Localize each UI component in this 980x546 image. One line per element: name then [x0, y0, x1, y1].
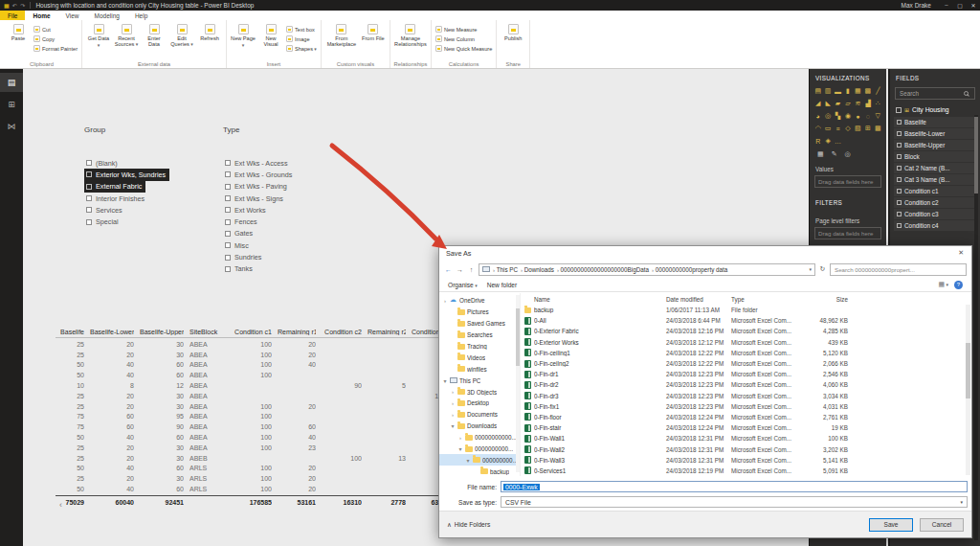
visual-icon[interactable]: ◇ — [843, 123, 852, 134]
chevron-icon[interactable]: › — [450, 389, 456, 395]
manage-relationships-button[interactable]: Manage Relationships — [394, 22, 427, 48]
visual-icon[interactable]: ▱ — [843, 98, 852, 109]
file-row[interactable]: 0-Fin-fix1 24/03/2018 12:23 PM Microsoft… — [521, 401, 971, 412]
new-page-button[interactable]: New Page — [231, 22, 256, 48]
checkbox[interactable] — [896, 107, 902, 113]
visual-icon[interactable]: ▟ — [863, 98, 872, 109]
visual-icon[interactable]: ▧ — [854, 123, 862, 134]
visual-icon[interactable]: ≡ — [834, 123, 842, 134]
chevron-icon[interactable]: › — [442, 298, 448, 304]
organise-menu[interactable]: Organise — [448, 282, 478, 288]
search-input[interactable]: Search 00000000000propert... — [830, 263, 967, 276]
file-row[interactable]: 0-Fin-ceiling1 24/03/2018 12:22 PM Micro… — [521, 348, 971, 358]
breadcrumb-segment[interactable]: Downloads — [521, 266, 554, 273]
field-item[interactable]: Baselife — [894, 117, 976, 127]
slicer-checkbox-item[interactable]: Special — [84, 216, 122, 227]
ribbon-tab[interactable]: Modeling — [87, 11, 127, 20]
visual-icon[interactable]: R — [813, 135, 822, 147]
visual-icon[interactable]: ▽ — [874, 110, 882, 122]
tree-item[interactable]: ▾ 00000000000... — [439, 454, 520, 466]
column-header[interactable]: Remaining r1 — [278, 329, 316, 335]
slicer-checkbox-item[interactable]: (Blank) — [84, 157, 122, 169]
visual-icon[interactable]: ▬ — [834, 85, 842, 97]
recent-sources-button[interactable]: Recent Sources — [114, 22, 139, 48]
close-button[interactable]: ✕ — [967, 2, 980, 9]
tree-item[interactable]: › 3D Objects — [439, 386, 520, 398]
report-view-icon[interactable]: ▤ — [0, 73, 23, 92]
tree-item[interactable]: ▾ This PC — [439, 375, 520, 386]
visual-icon[interactable]: ∴ — [874, 98, 882, 109]
chevron-icon[interactable]: › — [450, 412, 456, 418]
address-bar[interactable]: This PC Downloads 00000000000000000000Bi… — [479, 263, 815, 276]
refresh-button[interactable]: Refresh — [197, 22, 222, 41]
visual-icon[interactable]: ▰ — [834, 98, 842, 109]
enter-data-button[interactable]: Enter Data — [142, 22, 167, 48]
slicer-checkbox-item[interactable]: Fences — [223, 216, 261, 227]
publish-button[interactable]: Publish — [501, 22, 525, 41]
filters-drop-area[interactable]: Drag data fields here — [814, 227, 881, 239]
file-row[interactable]: 0-Services1 24/03/2018 12:19 PM Microsof… — [521, 466, 971, 476]
slicer-checkbox-item[interactable]: Ext Wks - Grounds — [223, 169, 296, 180]
column-type[interactable]: Type — [731, 296, 794, 303]
shapes-button[interactable]: Shapes — [286, 44, 317, 53]
field-item[interactable]: Condition c2 — [894, 197, 976, 208]
back-icon[interactable]: ← — [444, 266, 453, 273]
visual-icon[interactable]: ◢ — [813, 98, 822, 109]
signed-in-user[interactable]: Max Drake — [902, 2, 931, 9]
address-dropdown-icon[interactable]: ▾ — [809, 266, 812, 272]
visual-icon[interactable]: ◉ — [843, 110, 852, 122]
checkbox[interactable] — [897, 120, 902, 125]
data-view-icon[interactable]: ⊞ — [0, 95, 23, 114]
slicer-checkbox-item[interactable]: Interior Finishes — [84, 193, 148, 204]
format-painter-button[interactable]: Format Painter — [33, 44, 78, 53]
breadcrumb-segment[interactable]: 00000000000property data — [652, 266, 727, 273]
quick-access-toolbar[interactable]: ↶ ↷ — [12, 2, 27, 9]
up-icon[interactable]: ↑ — [467, 266, 476, 273]
refresh-icon[interactable]: ↻ — [818, 265, 827, 273]
slicer-checkbox-item[interactable]: Gates — [223, 228, 256, 239]
breadcrumb-segment[interactable]: This PC — [493, 266, 518, 273]
new-quick-measure-button[interactable]: New Quick Measure — [435, 44, 492, 53]
edit-queries-button[interactable]: Edit Queries — [169, 22, 194, 48]
visual-icon[interactable]: ▦ — [854, 85, 862, 97]
checkbox[interactable] — [897, 143, 902, 148]
slicer-checkbox-item[interactable]: Services — [84, 204, 126, 216]
field-item[interactable]: Condition c3 — [894, 209, 976, 219]
file-row[interactable]: 0-Fin-dr2 24/03/2018 12:23 PM Microsoft … — [521, 379, 971, 390]
visual-icon[interactable]: ◎ — [823, 110, 832, 122]
table-scroll-left-icon[interactable]: ‹ — [59, 500, 62, 510]
slicer-checkbox-item[interactable]: Ext Wks - Signs — [223, 193, 287, 204]
new-measure-button[interactable]: New Measure — [435, 25, 492, 34]
tool-tab-icon[interactable]: ▦ — [817, 150, 824, 158]
file-name-input[interactable]: 0000-Exwk — [501, 481, 968, 492]
column-header[interactable]: Remaining r2 — [368, 329, 406, 335]
checkbox[interactable] — [897, 200, 902, 205]
cancel-button[interactable]: Cancel — [920, 518, 964, 532]
copy-button[interactable]: Copy — [33, 34, 78, 43]
slicer-checkbox-item[interactable]: Exterior Wks, Sundries — [84, 169, 169, 180]
chevron-icon[interactable]: ▾ — [465, 457, 471, 464]
file-row[interactable]: 0-Fin-Wall2 24/03/2018 12:31 PM Microsof… — [521, 444, 971, 454]
slicer-checkbox-item[interactable]: External Fabric — [84, 181, 145, 193]
file-row[interactable]: 0-Fin-Wall1 24/03/2018 12:31 PM Microsof… — [521, 433, 971, 444]
column-header[interactable]: Baselife-Lower — [90, 329, 134, 335]
close-icon[interactable]: ✕ — [958, 249, 964, 257]
file-row[interactable]: backup 1/06/2017 11:13 AM File folder — [521, 305, 971, 315]
field-item[interactable]: Baselife-Upper — [894, 140, 976, 150]
ribbon-tab[interactable]: Home — [25, 11, 57, 20]
field-item[interactable]: Condition c4 — [894, 220, 976, 231]
slicer-checkbox-item[interactable]: Ext Works — [223, 204, 270, 216]
tree-item[interactable]: › Documents — [439, 409, 520, 421]
column-header[interactable]: Condition c2 — [322, 329, 362, 335]
fields-search-input[interactable]: Search — [895, 87, 975, 100]
tree-item[interactable]: Tracing — [439, 341, 520, 353]
tree-item[interactable]: Videos — [439, 352, 520, 363]
file-row[interactable]: 0-All 24/03/2018 6:44 PM Microsoft Excel… — [521, 315, 971, 326]
column-name[interactable]: Name — [534, 296, 666, 303]
hide-folders-button[interactable]: ∧ Hide Folders — [447, 521, 490, 529]
file-row[interactable]: 0-Fin-stair 24/03/2018 12:24 PM Microsof… — [521, 422, 971, 433]
new-folder-button[interactable]: New folder — [487, 282, 518, 288]
checkbox[interactable] — [897, 166, 902, 171]
visual-icon[interactable]: ▩ — [874, 123, 882, 134]
chevron-icon[interactable]: ▾ — [450, 422, 456, 429]
